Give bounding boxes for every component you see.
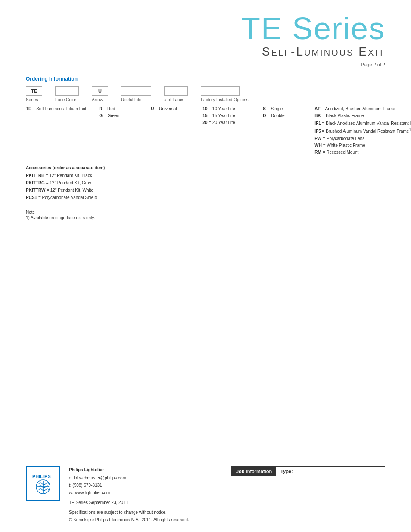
life-options: 10 = 10 Year Life 15 = 15 Year Life 20 =… bbox=[202, 106, 250, 126]
footer-web: w: www.lightolier.com bbox=[69, 489, 223, 496]
job-info-label: Job Information bbox=[232, 467, 276, 476]
page-number: Page 2 of 2 bbox=[26, 62, 385, 67]
footer-email: e: lol.webmaster@philips.com bbox=[69, 474, 223, 482]
life-label: Useful Life bbox=[121, 97, 141, 102]
company-name: Philips Lightolier bbox=[69, 466, 223, 473]
page-header: TE Series Self-Luminous Exit Page 2 of 2 bbox=[26, 13, 385, 67]
series-options: TE = Self-Luminous Tritium Exit bbox=[26, 106, 86, 112]
face-box bbox=[55, 86, 79, 96]
job-info-bar: Job Information Type: bbox=[231, 466, 385, 476]
note-section: Note 1) Available on singe face exits on… bbox=[26, 210, 385, 220]
faces-box bbox=[164, 86, 188, 96]
faces-label: # of Faces bbox=[164, 97, 184, 102]
faces-options: S = Single D = Double bbox=[263, 106, 302, 119]
footer-right: Job Information Type: bbox=[231, 466, 385, 476]
options-row: TE = Self-Luminous Tritium Exit R = Red … bbox=[26, 106, 385, 156]
box-group-series: TE Series bbox=[26, 86, 42, 102]
philips-logo-svg: PHILIPS bbox=[30, 470, 56, 496]
accessories-title: Accessories (order as a separate item) bbox=[26, 165, 385, 170]
philips-logo: PHILIPS bbox=[26, 466, 60, 501]
box-group-face: Face Color bbox=[55, 86, 79, 102]
ordering-title: Ordering Information bbox=[26, 76, 385, 82]
footer-phone: t: (508) 679-8131 bbox=[69, 482, 223, 489]
box-group-arrow: U Arrow bbox=[92, 86, 108, 102]
page-footer: PHILIPS Philips Lightolier e: lol.webmas… bbox=[0, 466, 411, 523]
accessories-section: Accessories (order as a separate item) P… bbox=[26, 165, 385, 201]
sub-title: Self-Luminous Exit bbox=[26, 45, 385, 59]
footer-copyright: © Koninklijke Philips Electronics N.V., … bbox=[69, 516, 223, 523]
footer-content: PHILIPS Philips Lightolier e: lol.webmas… bbox=[26, 466, 385, 523]
series-box: TE bbox=[26, 86, 42, 96]
life-box bbox=[121, 86, 151, 96]
factory-label: Factory Installed Options bbox=[201, 97, 249, 102]
factory-box bbox=[201, 86, 240, 96]
ordering-section: Ordering Information TE Series Face Colo… bbox=[26, 76, 385, 156]
main-title: TE Series bbox=[26, 13, 385, 44]
factory-options: AF = Anodized, Brushed Aluminum Frame BK… bbox=[314, 106, 411, 156]
ordering-boxes-row: TE Series Face Color U Arrow Useful Life… bbox=[26, 86, 385, 102]
arrow-box: U bbox=[92, 86, 108, 96]
footer-spec-note: Specifications are subject to change wit… bbox=[69, 509, 223, 516]
box-group-life: Useful Life bbox=[121, 86, 151, 102]
note-title: Note bbox=[26, 210, 385, 215]
face-options: R = Red G = Green bbox=[99, 106, 138, 119]
job-type-label: Type: bbox=[276, 469, 297, 474]
svg-text:PHILIPS: PHILIPS bbox=[32, 474, 51, 479]
series-label: Series bbox=[26, 97, 38, 102]
arrow-label: Arrow bbox=[92, 97, 103, 102]
box-group-faces: # of Faces bbox=[164, 86, 188, 102]
box-group-factory: Factory Installed Options bbox=[201, 86, 249, 102]
footer-company-info: Philips Lightolier e: lol.webmaster@phil… bbox=[69, 466, 223, 523]
footer-series-date: TE Series September 23, 2011 bbox=[69, 499, 223, 506]
arrow-options: U = Universal bbox=[151, 106, 190, 112]
note-item-1: 1) Available on singe face exits only. bbox=[26, 215, 385, 220]
face-label: Face Color bbox=[55, 97, 76, 102]
